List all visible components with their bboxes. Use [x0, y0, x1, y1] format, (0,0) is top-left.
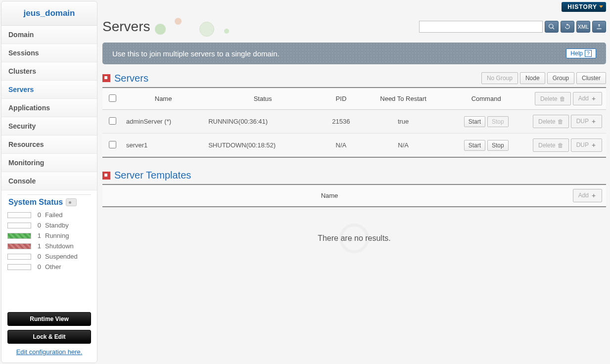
- status-count: 1: [35, 232, 41, 239]
- start-button[interactable]: Start: [464, 116, 485, 127]
- status-row-failed: 0Failed: [7, 210, 91, 220]
- cell-status: RUNNING(00:36:41): [204, 110, 321, 134]
- cell-restart: N/A: [361, 134, 445, 158]
- view-no-group-button[interactable]: No Group: [481, 72, 518, 84]
- servers-section-title: Servers: [114, 73, 148, 84]
- nav-item-domain[interactable]: Domain: [1, 26, 97, 44]
- nav-item-monitoring[interactable]: Monitoring: [1, 154, 97, 172]
- status-count: 0: [35, 263, 41, 271]
- status-toggle-icon[interactable]: [66, 198, 77, 206]
- lock-edit-button[interactable]: Lock & Edit: [7, 330, 91, 344]
- page-title: Servers: [102, 16, 150, 38]
- cell-restart: true: [361, 110, 445, 134]
- status-count: 0: [35, 253, 41, 260]
- nav-item-sessions[interactable]: Sessions: [1, 44, 97, 62]
- stop-button[interactable]: Stop: [487, 116, 509, 127]
- topbar: HISTORY: [102, 0, 606, 16]
- header-delete-button[interactable]: Delete🗑: [535, 92, 571, 105]
- page-header: Servers XML: [102, 16, 606, 38]
- help-label: Help: [570, 50, 583, 57]
- servers-table: Name Status PID Need To Restart Command …: [102, 87, 606, 158]
- row-dup-button[interactable]: DUP＋: [571, 138, 602, 152]
- row-dup-button[interactable]: DUP＋: [571, 115, 602, 128]
- trash-icon: 🗑: [560, 95, 565, 102]
- status-row-standby: 0Standby: [7, 220, 91, 230]
- plus-icon: ＋: [591, 141, 597, 149]
- xml-icon[interactable]: XML: [576, 21, 590, 33]
- status-label: Standby: [45, 222, 69, 229]
- help-button[interactable]: Help ?: [566, 48, 596, 58]
- nav-item-servers[interactable]: Servers: [1, 81, 97, 99]
- plus-icon: ＋: [591, 117, 597, 126]
- status-bar: [7, 264, 31, 270]
- table-row: adminServer (*)RUNNING(00:36:41)21536tru…: [102, 110, 606, 134]
- search-input[interactable]: [419, 21, 543, 33]
- start-button[interactable]: Start: [464, 140, 485, 151]
- cell-name: adminServer (*): [122, 110, 204, 134]
- row-delete-button[interactable]: Delete🗑: [533, 115, 569, 128]
- empty-text: There are no results.: [318, 234, 391, 242]
- col-command: Command: [445, 88, 527, 110]
- view-group-button[interactable]: Group: [547, 72, 574, 84]
- row-checkbox[interactable]: [109, 117, 116, 125]
- search-icon[interactable]: [545, 21, 559, 33]
- header-add-button[interactable]: Add＋: [573, 92, 602, 105]
- nav-item-applications[interactable]: Applications: [1, 99, 97, 117]
- info-text: Use this to join multiple servers to a s…: [112, 49, 566, 58]
- nav-item-security[interactable]: Security: [1, 117, 97, 136]
- templates-add-button[interactable]: Add＋: [573, 189, 602, 202]
- status-row-running: 1Running: [7, 230, 91, 241]
- plus-icon: ＋: [591, 191, 597, 200]
- sidebar: jeus_domain DomainSessionsClustersServer…: [1, 1, 97, 363]
- templates-empty-state: There are no results.: [102, 219, 606, 258]
- sidebar-actions: Runtime View Lock & Edit Edit configurat…: [1, 306, 97, 363]
- row-checkbox[interactable]: [109, 141, 116, 148]
- status-count: 0: [35, 222, 41, 229]
- templates-section-header: Server Templates: [102, 170, 606, 181]
- status-bar: [7, 254, 31, 260]
- status-label: Other: [45, 263, 61, 271]
- section-icon: [102, 74, 110, 82]
- cell-pid: 21536: [321, 110, 361, 134]
- view-node-button[interactable]: Node: [520, 72, 545, 84]
- nav-item-clusters[interactable]: Clusters: [1, 62, 97, 81]
- status-bar: [7, 212, 31, 218]
- table-row: server1SHUTDOWN(00:18:52)N/AN/AStartStop…: [102, 134, 606, 158]
- nav-item-console[interactable]: Console: [1, 172, 97, 190]
- info-bar: Use this to join multiple servers to a s…: [102, 43, 606, 64]
- status-label: Suspended: [45, 253, 78, 260]
- status-bar: [7, 243, 31, 249]
- status-count: 0: [35, 211, 41, 219]
- select-all-checkbox[interactable]: [109, 94, 116, 102]
- col-restart: Need To Restart: [361, 88, 445, 110]
- domain-title: jeus_domain: [1, 1, 97, 26]
- status-bar: [7, 223, 31, 228]
- history-button[interactable]: HISTORY: [562, 2, 606, 12]
- system-status-label: System Status: [8, 198, 63, 207]
- col-pid: PID: [321, 88, 361, 110]
- edit-configuration-link[interactable]: Edit configuration here.: [7, 348, 91, 357]
- export-icon[interactable]: [592, 21, 606, 33]
- runtime-view-button[interactable]: Runtime View: [7, 312, 91, 326]
- stop-button[interactable]: Stop: [487, 140, 509, 151]
- cell-name: server1: [122, 134, 204, 158]
- row-delete-button[interactable]: Delete🗑: [533, 138, 569, 152]
- servers-section-header: Servers No Group Node Group Cluster: [102, 72, 606, 84]
- trash-icon: 🗑: [558, 118, 563, 125]
- refresh-icon[interactable]: [561, 21, 574, 33]
- status-count: 1: [35, 242, 41, 250]
- status-row-shutdown: 1Shutdown: [7, 241, 91, 251]
- help-icon: ?: [585, 50, 592, 57]
- status-row-suspended: 0Suspended: [7, 251, 91, 262]
- nav-item-resources[interactable]: Resources: [1, 136, 97, 154]
- templates-table: Name Add＋: [102, 184, 606, 207]
- main-content: HISTORY Servers XML Use t: [98, 0, 610, 364]
- search-bar: XML: [419, 21, 606, 33]
- status-label: Failed: [45, 211, 62, 219]
- system-status-panel: System Status 0Failed0Standby1Running1Sh…: [1, 190, 97, 276]
- col-name: Name: [122, 88, 204, 110]
- cell-pid: N/A: [321, 134, 361, 158]
- plus-icon: ＋: [591, 94, 597, 103]
- decorative-bubbles: [155, 17, 254, 37]
- view-cluster-button[interactable]: Cluster: [576, 72, 606, 84]
